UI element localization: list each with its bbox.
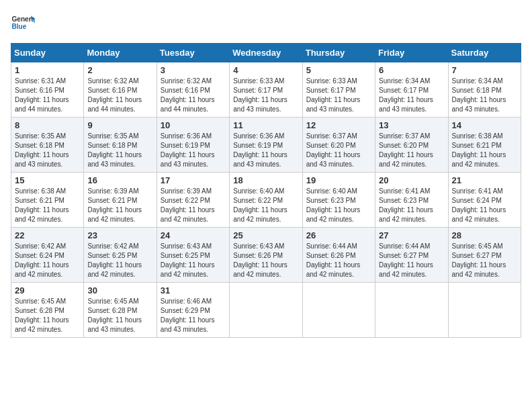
logo-icon: General Blue bbox=[11, 11, 35, 35]
calendar-table: SundayMondayTuesdayWednesdayThursdayFrid… bbox=[11, 43, 521, 338]
calendar-cell: 15 Sunrise: 6:38 AMSunset: 6:21 PMDaylig… bbox=[11, 173, 84, 228]
calendar-cell: 13 Sunrise: 6:37 AMSunset: 6:20 PMDaylig… bbox=[375, 118, 448, 173]
calendar-cell: 20 Sunrise: 6:41 AMSunset: 6:23 PMDaylig… bbox=[375, 173, 448, 228]
day-header-wednesday: Wednesday bbox=[230, 44, 302, 62]
day-number: 12 bbox=[306, 120, 371, 130]
day-number: 5 bbox=[306, 65, 371, 75]
calendar-cell: 14 Sunrise: 6:38 AMSunset: 6:21 PMDaylig… bbox=[448, 118, 521, 173]
calendar-cell: 25 Sunrise: 6:43 AMSunset: 6:26 PMDaylig… bbox=[230, 228, 302, 283]
week-row-5: 29 Sunrise: 6:45 AMSunset: 6:28 PMDaylig… bbox=[11, 283, 521, 338]
day-header-tuesday: Tuesday bbox=[157, 44, 229, 62]
day-number: 2 bbox=[87, 65, 152, 75]
day-number: 17 bbox=[161, 175, 226, 185]
day-info: Sunrise: 6:37 AMSunset: 6:20 PMDaylight:… bbox=[306, 132, 361, 168]
calendar-cell: 6 Sunrise: 6:34 AMSunset: 6:17 PMDayligh… bbox=[375, 62, 448, 118]
calendar-cell: 17 Sunrise: 6:39 AMSunset: 6:22 PMDaylig… bbox=[157, 173, 229, 228]
day-info: Sunrise: 6:45 AMSunset: 6:28 PMDaylight:… bbox=[87, 298, 142, 333]
day-info: Sunrise: 6:43 AMSunset: 6:26 PMDaylight:… bbox=[233, 242, 287, 278]
calendar-cell: 2 Sunrise: 6:32 AMSunset: 6:16 PMDayligh… bbox=[84, 62, 157, 118]
day-info: Sunrise: 6:34 AMSunset: 6:18 PMDaylight:… bbox=[452, 77, 506, 113]
week-row-2: 8 Sunrise: 6:35 AMSunset: 6:18 PMDayligh… bbox=[11, 118, 521, 173]
days-header-row: SundayMondayTuesdayWednesdayThursdayFrid… bbox=[11, 44, 521, 62]
day-info: Sunrise: 6:38 AMSunset: 6:21 PMDaylight:… bbox=[15, 187, 69, 223]
day-info: Sunrise: 6:44 AMSunset: 6:27 PMDaylight:… bbox=[379, 242, 433, 278]
day-number: 21 bbox=[452, 175, 517, 185]
svg-text:Blue: Blue bbox=[11, 23, 26, 30]
calendar-cell: 16 Sunrise: 6:39 AMSunset: 6:21 PMDaylig… bbox=[84, 173, 157, 228]
day-info: Sunrise: 6:35 AMSunset: 6:18 PMDaylight:… bbox=[15, 132, 69, 168]
logo: General Blue bbox=[11, 11, 35, 35]
day-info: Sunrise: 6:34 AMSunset: 6:17 PMDaylight:… bbox=[379, 77, 433, 113]
calendar-cell: 7 Sunrise: 6:34 AMSunset: 6:18 PMDayligh… bbox=[448, 62, 521, 118]
day-number: 10 bbox=[161, 120, 226, 130]
day-info: Sunrise: 6:45 AMSunset: 6:28 PMDaylight:… bbox=[15, 298, 69, 333]
day-info: Sunrise: 6:42 AMSunset: 6:25 PMDaylight:… bbox=[87, 242, 142, 278]
day-header-thursday: Thursday bbox=[302, 44, 375, 62]
day-info: Sunrise: 6:35 AMSunset: 6:18 PMDaylight:… bbox=[87, 132, 142, 168]
day-info: Sunrise: 6:41 AMSunset: 6:24 PMDaylight:… bbox=[452, 187, 506, 223]
day-number: 15 bbox=[15, 175, 80, 185]
day-info: Sunrise: 6:36 AMSunset: 6:19 PMDaylight:… bbox=[233, 132, 287, 168]
day-number: 6 bbox=[379, 65, 444, 75]
day-number: 25 bbox=[233, 230, 298, 240]
calendar-cell: 9 Sunrise: 6:35 AMSunset: 6:18 PMDayligh… bbox=[84, 118, 157, 173]
day-number: 7 bbox=[452, 65, 517, 75]
calendar-cell bbox=[230, 283, 302, 338]
day-number: 22 bbox=[15, 230, 80, 240]
day-info: Sunrise: 6:45 AMSunset: 6:27 PMDaylight:… bbox=[452, 242, 506, 278]
day-header-saturday: Saturday bbox=[448, 44, 521, 62]
calendar-cell: 1 Sunrise: 6:31 AMSunset: 6:16 PMDayligh… bbox=[11, 62, 84, 118]
calendar-cell: 24 Sunrise: 6:43 AMSunset: 6:25 PMDaylig… bbox=[157, 228, 229, 283]
day-number: 18 bbox=[233, 175, 298, 185]
day-info: Sunrise: 6:37 AMSunset: 6:20 PMDaylight:… bbox=[379, 132, 433, 168]
calendar-cell: 22 Sunrise: 6:42 AMSunset: 6:24 PMDaylig… bbox=[11, 228, 84, 283]
calendar-cell: 30 Sunrise: 6:45 AMSunset: 6:28 PMDaylig… bbox=[84, 283, 157, 338]
day-number: 20 bbox=[379, 175, 444, 185]
calendar-cell bbox=[375, 283, 448, 338]
calendar-cell: 8 Sunrise: 6:35 AMSunset: 6:18 PMDayligh… bbox=[11, 118, 84, 173]
week-row-1: 1 Sunrise: 6:31 AMSunset: 6:16 PMDayligh… bbox=[11, 62, 521, 118]
day-number: 31 bbox=[161, 285, 226, 295]
day-info: Sunrise: 6:36 AMSunset: 6:19 PMDaylight:… bbox=[161, 132, 215, 168]
day-info: Sunrise: 6:39 AMSunset: 6:22 PMDaylight:… bbox=[161, 187, 215, 223]
day-number: 8 bbox=[15, 120, 80, 130]
day-number: 29 bbox=[15, 285, 80, 295]
day-info: Sunrise: 6:31 AMSunset: 6:16 PMDaylight:… bbox=[15, 77, 69, 113]
day-number: 9 bbox=[87, 120, 152, 130]
day-info: Sunrise: 6:46 AMSunset: 6:29 PMDaylight:… bbox=[161, 298, 215, 333]
day-number: 13 bbox=[379, 120, 444, 130]
calendar-cell: 27 Sunrise: 6:44 AMSunset: 6:27 PMDaylig… bbox=[375, 228, 448, 283]
day-number: 24 bbox=[161, 230, 226, 240]
week-row-4: 22 Sunrise: 6:42 AMSunset: 6:24 PMDaylig… bbox=[11, 228, 521, 283]
day-info: Sunrise: 6:44 AMSunset: 6:26 PMDaylight:… bbox=[306, 242, 361, 278]
day-number: 3 bbox=[161, 65, 226, 75]
calendar-cell: 5 Sunrise: 6:33 AMSunset: 6:17 PMDayligh… bbox=[302, 62, 375, 118]
day-number: 23 bbox=[87, 230, 152, 240]
day-header-sunday: Sunday bbox=[11, 44, 84, 62]
calendar-cell: 3 Sunrise: 6:32 AMSunset: 6:16 PMDayligh… bbox=[157, 62, 229, 118]
day-header-friday: Friday bbox=[375, 44, 448, 62]
calendar-cell: 28 Sunrise: 6:45 AMSunset: 6:27 PMDaylig… bbox=[448, 228, 521, 283]
day-info: Sunrise: 6:33 AMSunset: 6:17 PMDaylight:… bbox=[233, 77, 287, 113]
day-number: 26 bbox=[306, 230, 371, 240]
day-info: Sunrise: 6:43 AMSunset: 6:25 PMDaylight:… bbox=[161, 242, 215, 278]
day-info: Sunrise: 6:32 AMSunset: 6:16 PMDaylight:… bbox=[87, 77, 142, 113]
calendar-cell: 29 Sunrise: 6:45 AMSunset: 6:28 PMDaylig… bbox=[11, 283, 84, 338]
day-info: Sunrise: 6:38 AMSunset: 6:21 PMDaylight:… bbox=[452, 132, 506, 168]
day-number: 11 bbox=[233, 120, 298, 130]
day-number: 4 bbox=[233, 65, 298, 75]
calendar-cell: 4 Sunrise: 6:33 AMSunset: 6:17 PMDayligh… bbox=[230, 62, 302, 118]
day-number: 27 bbox=[379, 230, 444, 240]
day-info: Sunrise: 6:39 AMSunset: 6:21 PMDaylight:… bbox=[87, 187, 142, 223]
day-info: Sunrise: 6:33 AMSunset: 6:17 PMDaylight:… bbox=[306, 77, 361, 113]
calendar-cell bbox=[448, 283, 521, 338]
calendar-cell: 18 Sunrise: 6:40 AMSunset: 6:22 PMDaylig… bbox=[230, 173, 302, 228]
calendar-body: 1 Sunrise: 6:31 AMSunset: 6:16 PMDayligh… bbox=[11, 62, 521, 338]
day-info: Sunrise: 6:40 AMSunset: 6:23 PMDaylight:… bbox=[306, 187, 361, 223]
calendar-cell: 26 Sunrise: 6:44 AMSunset: 6:26 PMDaylig… bbox=[302, 228, 375, 283]
calendar-cell: 21 Sunrise: 6:41 AMSunset: 6:24 PMDaylig… bbox=[448, 173, 521, 228]
day-number: 30 bbox=[87, 285, 152, 295]
calendar-header: SundayMondayTuesdayWednesdayThursdayFrid… bbox=[11, 44, 521, 62]
day-info: Sunrise: 6:42 AMSunset: 6:24 PMDaylight:… bbox=[15, 242, 69, 278]
calendar-cell bbox=[302, 283, 375, 338]
